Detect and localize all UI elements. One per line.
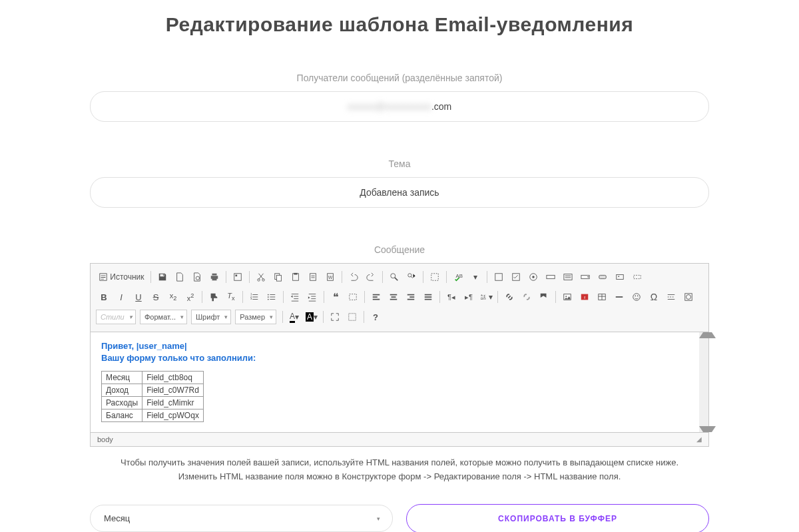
format-dropdown[interactable]: Формат... [140, 310, 187, 324]
editor-content[interactable]: Привет, |user_name| Вашу форму только чт… [91, 332, 708, 432]
button-icon[interactable] [595, 269, 611, 285]
about-icon[interactable]: ? [368, 309, 384, 325]
svg-rect-20 [546, 275, 554, 278]
svg-rect-16 [495, 274, 502, 281]
hr-icon[interactable] [611, 289, 627, 305]
field-select[interactable]: Месяц [90, 505, 393, 532]
replace-icon[interactable] [403, 269, 419, 285]
ltr-icon[interactable]: ¶◂ [443, 289, 459, 305]
align-justify-icon[interactable] [420, 289, 436, 305]
svg-text:話: 話 [481, 294, 486, 300]
textfield-icon[interactable] [543, 269, 559, 285]
message-group: Сообщение Источник [90, 244, 709, 447]
editor-scrollbar[interactable] [699, 332, 708, 432]
unlink-icon[interactable] [519, 289, 535, 305]
redo-icon[interactable] [363, 269, 379, 285]
table-row: ДоходField_c0W7Rd [102, 384, 204, 397]
checkbox-icon[interactable] [508, 269, 524, 285]
page-title: Редактирование шаблона Email-уведомления [90, 13, 709, 36]
paste-word-icon[interactable]: W [322, 269, 338, 285]
font-dropdown[interactable]: Шрифт [191, 310, 231, 324]
table-row: МесяцField_ctb8oq [102, 372, 204, 384]
numberlist-icon[interactable]: 123 [246, 289, 262, 305]
copy-to-buffer-button[interactable]: СКОПИРОВАТЬ В БУФФЕР [406, 504, 709, 532]
svg-rect-23 [599, 275, 606, 278]
italic-icon[interactable]: I [113, 289, 129, 305]
preview-icon[interactable] [189, 269, 205, 285]
paste-text-icon[interactable] [305, 269, 321, 285]
form-icon[interactable] [491, 269, 507, 285]
textarea-icon[interactable] [560, 269, 576, 285]
elements-path[interactable]: body [97, 435, 113, 443]
align-right-icon[interactable] [403, 289, 419, 305]
resize-handle[interactable]: ◢ [696, 435, 702, 443]
svg-point-12 [390, 274, 395, 278]
strike-icon[interactable]: S [148, 289, 164, 305]
subscript-icon[interactable]: x2 [165, 289, 181, 305]
svg-rect-1 [234, 274, 241, 281]
subject-input[interactable] [90, 177, 709, 208]
selectall-icon[interactable] [427, 269, 443, 285]
copy-icon[interactable] [270, 269, 286, 285]
textcolor-icon[interactable]: A▾ [286, 309, 302, 325]
styles-dropdown[interactable]: Стили [96, 310, 136, 324]
message-line1: Привет, |user_name| [101, 340, 698, 352]
svg-point-44 [686, 295, 691, 300]
anchor-icon[interactable] [536, 289, 552, 305]
source-button[interactable]: Источник [96, 269, 147, 285]
table-icon[interactable] [594, 289, 610, 305]
svg-point-19 [532, 276, 535, 278]
rich-editor: Источник W [90, 263, 709, 447]
underline-icon[interactable]: U [131, 289, 146, 305]
language-icon[interactable]: 話▾ [478, 289, 494, 305]
svg-point-30 [268, 294, 269, 296]
showblocks-icon[interactable] [344, 309, 360, 325]
blockquote-icon[interactable]: ❝ [328, 289, 344, 305]
svg-rect-24 [616, 275, 623, 280]
image-icon[interactable] [559, 289, 575, 305]
select-field-icon[interactable] [577, 269, 593, 285]
paste-icon[interactable] [288, 269, 304, 285]
hiddenfield-icon[interactable] [629, 269, 645, 285]
svg-point-40 [633, 294, 641, 301]
undo-icon[interactable] [346, 269, 362, 285]
bulletlist-icon[interactable] [264, 289, 280, 305]
bgcolor-icon[interactable]: A▾ [304, 309, 320, 325]
div-icon[interactable] [345, 289, 361, 305]
recipients-input[interactable]: xxxxxx@xxxxxxxxxx.com [90, 91, 709, 122]
svg-point-42 [637, 295, 639, 296]
superscript-icon[interactable]: x2 [182, 289, 198, 305]
bold-icon[interactable]: B [96, 289, 112, 305]
pagebreak-icon[interactable] [663, 289, 679, 305]
find-icon[interactable] [386, 269, 402, 285]
svg-text:f: f [584, 295, 585, 300]
outdent-icon[interactable] [287, 289, 303, 305]
align-left-icon[interactable] [368, 289, 384, 305]
align-center-icon[interactable] [386, 289, 401, 305]
cut-icon[interactable] [253, 269, 269, 285]
smiley-icon[interactable] [629, 289, 645, 305]
spellcheck-icon[interactable]: ABC [450, 269, 466, 285]
scayt-icon[interactable]: ▾ [467, 269, 483, 285]
save-icon[interactable] [154, 269, 170, 285]
removeformat-icon[interactable]: Tx [223, 289, 239, 305]
link-icon[interactable] [501, 289, 517, 305]
svg-rect-8 [294, 273, 297, 275]
message-line2: Вашу форму только что заполнили: [101, 352, 698, 364]
templates-icon[interactable] [230, 269, 246, 285]
size-dropdown[interactable]: Размер [235, 310, 276, 324]
maximize-icon[interactable] [327, 309, 343, 325]
specialchar-icon[interactable]: Ω [646, 289, 662, 305]
svg-point-32 [268, 299, 269, 300]
copyformat-icon[interactable] [206, 289, 222, 305]
print-icon[interactable] [206, 269, 222, 285]
indent-icon[interactable] [304, 289, 320, 305]
radio-icon[interactable] [525, 269, 541, 285]
imagebutton-icon[interactable] [612, 269, 628, 285]
recipients-group: Получатели сообщений (разделённые запято… [90, 73, 709, 122]
flash-icon[interactable]: f [577, 289, 593, 305]
rtl-icon[interactable]: ▸¶ [461, 289, 477, 305]
iframe-icon[interactable] [680, 289, 696, 305]
new-page-icon[interactable] [172, 269, 188, 285]
svg-rect-33 [350, 294, 357, 300]
